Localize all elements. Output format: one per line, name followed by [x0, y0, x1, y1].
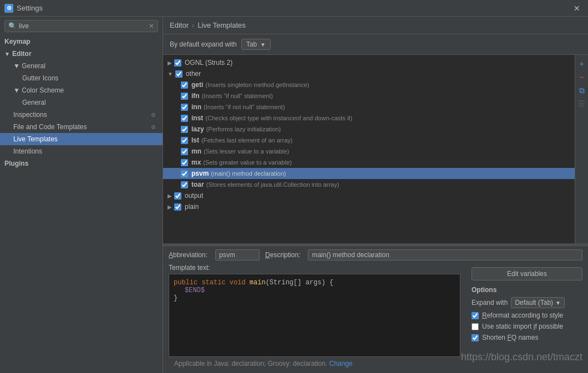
template-row-inst[interactable]: inst (Checks object type with instanceof… [163, 113, 575, 124]
sidebar-item-plugins[interactable]: Plugins [0, 157, 163, 170]
checkbox-toar[interactable] [181, 181, 188, 188]
sidebar-fct-label: File and Code Templates [13, 123, 87, 131]
search-box[interactable]: 🔍 ✕ [4, 20, 158, 32]
expand-arrow-color-scheme: ▼ [13, 86, 20, 94]
expand-with-dropdown[interactable]: Default (Tab) ▼ [511, 297, 565, 308]
main-content: Editor › Live Templates By default expan… [163, 17, 588, 373]
expand-dropdown[interactable]: Tab ▼ [241, 39, 271, 50]
sidebar-color-scheme-label: Color Scheme [22, 86, 64, 94]
group-output-checkbox[interactable] [174, 192, 181, 200]
search-input[interactable] [19, 22, 149, 30]
option-static-import-checkbox[interactable] [472, 323, 479, 330]
template-row-mx[interactable]: mx (Sets greater value to a variable) [163, 157, 575, 168]
group-arrow-plain: ▶ [168, 204, 172, 210]
template-name-toar: toar [191, 181, 204, 188]
checkbox-mn[interactable] [181, 148, 188, 155]
template-desc-inst: (Checks object type with instanceof and … [205, 115, 352, 121]
template-row-toar[interactable]: toar (Stores elements of java.util.Colle… [163, 179, 575, 190]
sidebar-item-gutter-icons[interactable]: Gutter Icons [0, 72, 163, 84]
code-line-2: $END$ [174, 287, 455, 294]
checkbox-geti[interactable] [181, 81, 188, 89]
template-row-psvm[interactable]: psvm (main() method declaration) [163, 168, 575, 179]
close-button[interactable]: ✕ [570, 3, 584, 14]
template-text-section: Template text: public static void main(S… [163, 264, 466, 373]
sidebar-item-file-code-templates[interactable]: File and Code Templates ⚙ [0, 121, 163, 133]
clear-search-button[interactable]: ✕ [149, 22, 154, 30]
template-desc-lazy: (Performs lazy initialization) [206, 126, 281, 132]
sidebar-item-keymap[interactable]: Keymap [0, 35, 163, 48]
group-arrow-output: ▶ [168, 193, 172, 199]
template-name-lazy: lazy [191, 125, 204, 133]
checkbox-inst[interactable] [181, 115, 188, 122]
group-output-label: output [185, 192, 203, 200]
breadcrumb: Editor › Live Templates [163, 17, 588, 34]
description-label: Description: [265, 251, 300, 259]
breadcrumb-part1: Editor [170, 21, 189, 29]
template-row-lst[interactable]: lst (Fetches last element of an array) [163, 135, 575, 146]
group-ognl-checkbox[interactable] [174, 59, 181, 67]
template-desc-geti: (Inserts singleton method getInstance) [205, 81, 309, 88]
sidebar-item-color-scheme[interactable]: ▼ Color Scheme [0, 84, 163, 96]
template-row-inn[interactable]: inn (Inserts "if not null" statement) [163, 101, 575, 113]
group-other-label: other [186, 70, 201, 78]
edit-variables-button[interactable]: Edit variables [472, 267, 582, 280]
group-plain-label: plain [185, 203, 199, 211]
sidebar-editor-label: Editor [12, 50, 32, 58]
sidebar-item-inspections[interactable]: Inspections ⚙ [0, 109, 163, 121]
sidebar-item-editor[interactable]: ▼ Editor [0, 48, 163, 60]
template-name-inst: inst [191, 114, 203, 122]
window-title: Settings [17, 4, 570, 12]
sidebar-item-intentions[interactable]: Intentions [0, 145, 163, 157]
sidebar-general-label: General [22, 62, 45, 70]
checkbox-inn[interactable] [181, 104, 188, 111]
templates-list: ▶ OGNL (Struts 2) ▼ other geti (I [163, 55, 575, 243]
template-row-mn[interactable]: mn (Sets lesser value to a variable) [163, 146, 575, 157]
sidebar-lt-label: Live Templates [13, 135, 58, 143]
abbreviation-label: Abbreviation: [169, 251, 207, 259]
remove-template-button[interactable]: − [576, 71, 587, 83]
template-row-geti[interactable]: geti (Inserts singleton method getInstan… [163, 79, 575, 90]
add-template-button[interactable]: + [576, 58, 587, 69]
abbreviation-input[interactable] [215, 249, 260, 260]
group-ognl[interactable]: ▶ OGNL (Struts 2) [163, 57, 575, 68]
copy-template-button[interactable]: ⧉ [576, 85, 587, 96]
templates-area: ▶ OGNL (Struts 2) ▼ other geti (I [163, 55, 588, 243]
expand-with-arrow: ▼ [555, 300, 561, 306]
change-link[interactable]: Change [330, 360, 353, 367]
option-shorten-fq-checkbox[interactable] [472, 334, 479, 341]
checkbox-lazy[interactable] [181, 126, 188, 133]
search-icon: 🔍 [8, 22, 17, 30]
expand-bar: By default expand with Tab ▼ [163, 34, 588, 55]
expand-with-row: Expand with Default (Tab) ▼ [472, 297, 582, 308]
add-icon: + [579, 59, 584, 68]
template-name-mx: mx [191, 159, 201, 166]
group-plain-checkbox[interactable] [174, 203, 181, 211]
checkbox-lst[interactable] [181, 137, 188, 144]
expand-dropdown-arrow: ▼ [260, 42, 266, 48]
template-row-lazy[interactable]: lazy (Performs lazy initialization) [163, 124, 575, 135]
sidebar-label: Keymap [4, 38, 31, 45]
template-row-ifn[interactable]: ifn (Inserts "if null" statement) [163, 90, 575, 101]
group-other[interactable]: ▼ other [163, 68, 575, 79]
code-editor[interactable]: public static void main(String[] args) {… [169, 274, 460, 357]
sidebar-item-live-templates[interactable]: Live Templates [0, 133, 163, 145]
group-plain[interactable]: ▶ plain [163, 201, 575, 212]
sidebar-item-general[interactable]: ▼ General [0, 60, 163, 72]
checkbox-ifn[interactable] [181, 93, 188, 100]
sidebar-item-color-scheme-general[interactable]: General [0, 96, 163, 109]
group-output[interactable]: ▶ output [163, 190, 575, 201]
template-desc-toar: (Stores elements of java.util.Collection… [206, 181, 339, 188]
checkbox-mx[interactable] [181, 159, 188, 166]
app-icon: ⚙ [4, 4, 13, 13]
remove-icon: − [579, 73, 584, 81]
bottom-fields: Abbreviation: Description: [163, 246, 588, 264]
title-bar: ⚙ Settings ✕ [0, 0, 588, 17]
sidebar-intentions-label: Intentions [13, 147, 42, 155]
option-reformat-checkbox[interactable] [472, 312, 479, 319]
group-other-checkbox[interactable] [175, 70, 183, 78]
fct-icon: ⚙ [151, 124, 156, 130]
checkbox-psvm[interactable] [181, 170, 188, 177]
description-input[interactable] [308, 249, 582, 260]
template-name-ifn: ifn [191, 92, 200, 100]
expand-label: By default expand with [170, 40, 237, 48]
